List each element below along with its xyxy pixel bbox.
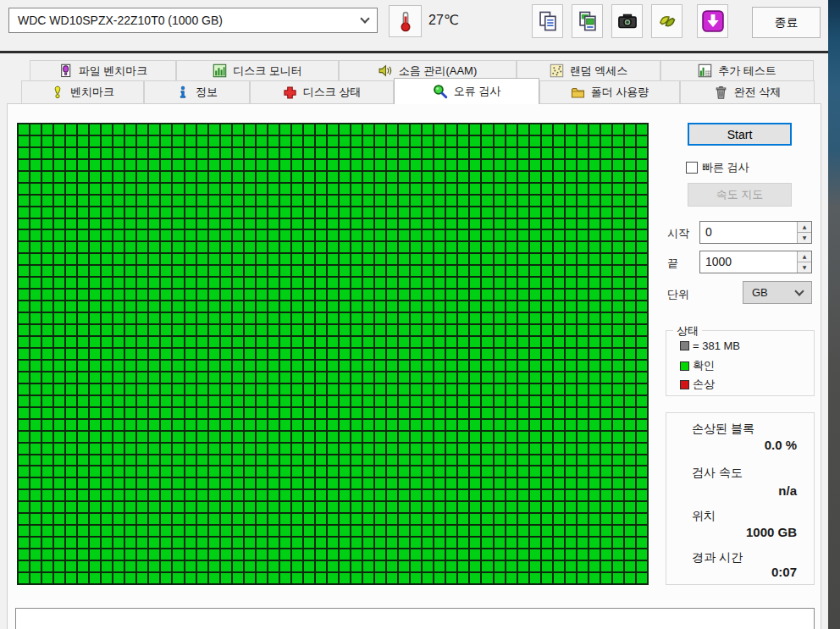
scan-block [625, 325, 635, 335]
scan-block [601, 290, 611, 300]
scan-block [601, 242, 611, 252]
scan-block [613, 526, 623, 536]
scan-block [458, 148, 468, 158]
scan-block [625, 242, 635, 252]
scan-block [495, 290, 505, 300]
scan-block [495, 325, 505, 335]
scan-block [233, 526, 243, 536]
scan-block [185, 207, 196, 218]
scan-block [566, 124, 576, 135]
scan-block [90, 466, 100, 477]
copy-text-button[interactable] [532, 4, 563, 38]
scan-block [399, 148, 409, 158]
tab-extra-tests[interactable]: 추가 테스트 [660, 60, 814, 81]
spin-down-icon[interactable]: ▼ [798, 233, 811, 243]
scan-block [458, 573, 468, 583]
scan-block [113, 313, 124, 323]
scan-block [506, 408, 517, 418]
scan-block [209, 337, 219, 347]
scan-block [125, 254, 135, 264]
tab-benchmark[interactable]: 벤치마크 [21, 80, 144, 104]
exit-button[interactable]: 종료 [752, 7, 821, 38]
spin-up-icon[interactable]: ▲ [798, 222, 811, 233]
scan-block [470, 514, 480, 524]
scan-block [578, 561, 588, 571]
scan-block [197, 573, 207, 583]
scan-block [625, 384, 635, 395]
scan-block [375, 466, 385, 477]
scan-block [506, 136, 517, 146]
scan-block [102, 478, 112, 488]
quick-scan-checkbox[interactable] [686, 162, 698, 174]
scan-block [90, 573, 100, 583]
device-selector[interactable]: WDC WD10SPZX-22Z10T0 (1000 GB) [8, 8, 378, 33]
scan-block [137, 420, 147, 430]
scan-block [411, 466, 421, 477]
tab-disk-health[interactable]: 디스크 상태 [250, 80, 394, 104]
spin-down-icon[interactable]: ▼ [798, 262, 811, 273]
start-field[interactable]: 0 ▲▼ [699, 221, 812, 244]
spin-up-icon[interactable]: ▲ [798, 251, 811, 262]
scan-block [363, 549, 373, 560]
download-button[interactable] [697, 4, 728, 38]
unit-selector[interactable]: GB [743, 281, 812, 304]
tab-secure-erase[interactable]: 완전 삭제 [680, 80, 815, 104]
scan-block [423, 242, 433, 252]
scan-block [458, 207, 468, 218]
scan-block [209, 254, 219, 264]
scan-block [209, 136, 219, 146]
scan-block [78, 313, 88, 323]
temperature-button[interactable] [389, 5, 422, 37]
tab-error-scan[interactable]: 오류 검사 [394, 78, 539, 104]
log-listbox[interactable] [15, 608, 815, 629]
scan-block [387, 466, 397, 477]
scan-block [613, 444, 623, 454]
scan-block [554, 290, 564, 300]
scan-block [42, 337, 52, 347]
scan-block [506, 549, 517, 560]
scan-block [316, 408, 326, 418]
scan-block [423, 514, 433, 524]
scan-block [530, 301, 540, 312]
start-field-spinner[interactable]: ▲▼ [797, 222, 811, 243]
scan-block [66, 219, 76, 229]
extra-tests-icon [698, 63, 712, 78]
tab-file-benchmark[interactable]: 파일 벤치마크 [30, 60, 176, 81]
speed-map-button[interactable]: 속도 지도 [688, 183, 792, 207]
scan-block [137, 526, 147, 536]
scan-block [589, 444, 600, 454]
scan-block [542, 230, 552, 240]
tab-folder-usage[interactable]: 폴더 사용량 [539, 80, 680, 104]
scan-block [363, 490, 373, 500]
scan-block [102, 219, 112, 229]
scan-block [221, 384, 231, 395]
scan-block [566, 207, 576, 218]
scan-block [268, 549, 279, 560]
end-field[interactable]: 1000 ▲▼ [699, 251, 812, 273]
scan-block [351, 136, 362, 146]
start-scan-button[interactable]: Start [688, 123, 792, 146]
scan-block [149, 549, 159, 560]
copy-image-button[interactable] [572, 4, 603, 38]
scan-block [589, 420, 600, 430]
scan-block [578, 242, 588, 252]
scan-block [446, 254, 456, 264]
screenshot-button[interactable] [611, 4, 643, 38]
scan-block [482, 207, 492, 218]
scan-block [530, 230, 540, 240]
scan-block [601, 254, 611, 264]
options-button[interactable] [651, 4, 682, 38]
scan-block [363, 361, 373, 371]
tab-info[interactable]: 정보 [144, 80, 250, 104]
tab-disk-monitor[interactable]: 디스크 모니터 [176, 60, 339, 81]
scan-block [399, 230, 409, 240]
scan-block [375, 184, 385, 194]
scan-block [340, 160, 350, 170]
scan-block [458, 172, 468, 182]
scan-block [446, 466, 456, 477]
end-field-spinner[interactable]: ▲▼ [797, 251, 811, 273]
scan-block [589, 172, 600, 182]
scan-block [423, 136, 433, 146]
scan-block [578, 160, 588, 170]
damaged-blocks-value: 0.0 % [765, 438, 797, 452]
